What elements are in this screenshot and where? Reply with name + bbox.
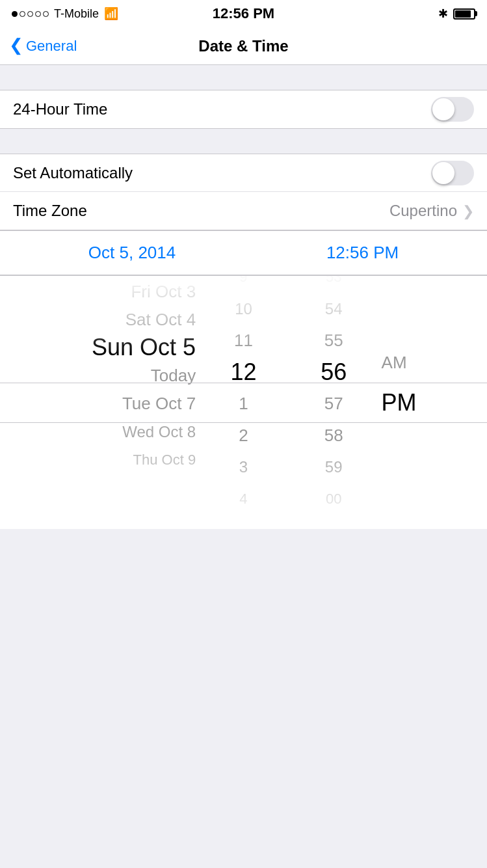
set-automatically-label: Set Automatically <box>13 164 133 182</box>
date-time-picker[interactable]: Wed Oct 1Thu Oct 2Fri Oct 3Sat Oct 4Sun … <box>0 275 487 529</box>
picker-item: 53 <box>289 275 379 293</box>
picker-item <box>379 423 487 463</box>
picker-date-column[interactable]: Wed Oct 1Thu Oct 2Fri Oct 3Sat Oct 4Sun … <box>0 275 198 474</box>
picker-item: 3 <box>198 452 289 483</box>
picker-minute-column[interactable]: 5354555657585900 <box>289 275 379 515</box>
picker-item: 1 <box>198 388 289 420</box>
signal-dot-1 <box>12 11 18 17</box>
toggle-knob-auto <box>432 162 454 184</box>
carrier-label: T-Mobile <box>54 7 99 21</box>
picker-columns: Wed Oct 1Thu Oct 2Fri Oct 3Sat Oct 4Sun … <box>0 276 487 529</box>
time-zone-value: Cupertino ❯ <box>389 202 474 220</box>
section-gap-2 <box>0 129 487 154</box>
signal-dot-5 <box>43 11 49 17</box>
toggle-knob <box>432 98 454 120</box>
wifi-icon: 📶 <box>104 7 118 21</box>
back-button[interactable]: ❮ General <box>9 36 77 55</box>
bottom-area <box>0 529 487 659</box>
battery-fill <box>455 10 471 18</box>
picker-item: Wed Oct 8 <box>0 418 198 446</box>
status-left: T-Mobile 📶 <box>12 7 118 21</box>
status-time: 12:56 PM <box>213 5 274 22</box>
section-gap-1 <box>0 65 487 90</box>
picker-item: 10 <box>198 293 289 325</box>
datetime-display: Oct 5, 2014 12:56 PM <box>0 230 487 275</box>
picker-item: 4 <box>198 483 289 515</box>
picker-item: 56 <box>289 357 379 388</box>
signal-strength <box>12 11 49 17</box>
picker-item: 2 <box>198 420 289 452</box>
picker-item: Sat Oct 4 <box>0 306 198 334</box>
picker-item: 00 <box>289 483 379 515</box>
bluetooth-icon: ✱ <box>438 7 448 21</box>
twenty-four-hour-row: 24-Hour Time <box>0 90 487 128</box>
status-bar: T-Mobile 📶 12:56 PM ✱ <box>0 0 487 27</box>
picker-item: Fri Oct 3 <box>0 277 198 305</box>
picker-item: Today <box>0 362 198 390</box>
picker-item: Sun Oct 5 <box>0 334 198 362</box>
set-automatically-toggle[interactable] <box>431 161 474 185</box>
signal-dot-2 <box>20 11 25 17</box>
picker-item: 55 <box>289 325 379 357</box>
picker-ampm-column[interactable]: AMPM <box>379 342 487 529</box>
picker-item: Thu Oct 9 <box>0 446 198 474</box>
signal-dot-3 <box>27 11 33 17</box>
picker-item: Tue Oct 7 <box>0 390 198 418</box>
twenty-four-hour-label: 24-Hour Time <box>13 100 107 118</box>
signal-dot-4 <box>35 11 41 17</box>
picker-item: 11 <box>198 325 289 357</box>
picker-item: AM <box>379 342 487 383</box>
twenty-four-hour-group: 24-Hour Time <box>0 90 487 129</box>
picker-item: 54 <box>289 293 379 325</box>
twenty-four-hour-toggle[interactable] <box>431 97 474 122</box>
chevron-right-icon: ❯ <box>462 203 474 220</box>
picker-item: 9 <box>198 275 289 293</box>
time-zone-city: Cupertino <box>389 202 457 220</box>
battery-icon <box>453 8 475 20</box>
picker-item: 12 <box>198 357 289 388</box>
set-automatically-row: Set Automatically <box>0 154 487 192</box>
picker-hour-column[interactable]: 91011121234 <box>198 275 289 515</box>
current-date: Oct 5, 2014 <box>88 243 176 263</box>
current-time: 12:56 PM <box>326 243 399 263</box>
picker-item: PM <box>379 383 487 423</box>
picker-item: 59 <box>289 452 379 483</box>
back-label[interactable]: General <box>26 38 77 55</box>
page-title: Date & Time <box>198 37 288 55</box>
time-zone-label: Time Zone <box>13 202 87 220</box>
time-zone-row[interactable]: Time Zone Cupertino ❯ <box>0 192 487 230</box>
chevron-left-icon: ❮ <box>9 35 23 55</box>
picker-item: 57 <box>289 388 379 420</box>
status-right: ✱ <box>438 7 475 21</box>
nav-bar: ❮ General Date & Time <box>0 27 487 65</box>
picker-item: 58 <box>289 420 379 452</box>
auto-timezone-group: Set Automatically Time Zone Cupertino ❯ <box>0 154 487 230</box>
